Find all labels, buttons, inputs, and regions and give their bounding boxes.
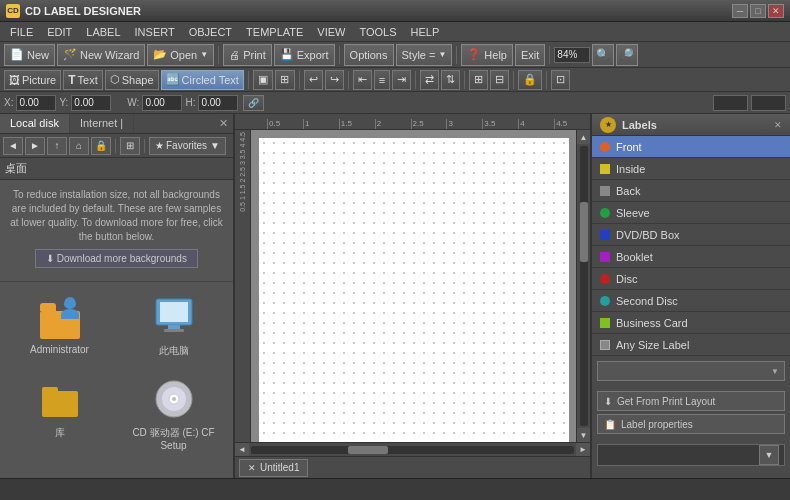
favorites-button[interactable]: ★ Favorites ▼ (149, 137, 226, 155)
label-item-second-disc[interactable]: Second Disc (592, 290, 790, 312)
flip-v[interactable]: ⇅ (441, 70, 460, 90)
open-button[interactable]: 📂 Open ▼ (147, 44, 214, 66)
w-input[interactable] (142, 95, 182, 111)
file-item-cd-drive[interactable]: CD 驱动器 (E:) CFSetup (119, 369, 228, 457)
menu-edit[interactable]: EDIT (41, 24, 78, 40)
label-item-front[interactable]: Front (592, 136, 790, 158)
tab-close-icon[interactable]: ✕ (248, 463, 256, 473)
label-item-business-card[interactable]: Business Card (592, 312, 790, 334)
align-center[interactable]: ≡ (374, 70, 390, 90)
vscroll-up-button[interactable]: ▲ (577, 130, 591, 144)
extra-input1[interactable] (713, 95, 748, 111)
x-input[interactable] (16, 95, 56, 111)
label-item-booklet[interactable]: Booklet (592, 246, 790, 268)
undo-button[interactable]: ↩ (304, 70, 323, 90)
zoom-input[interactable] (554, 47, 590, 63)
menu-template[interactable]: TEMPLATE (240, 24, 309, 40)
hscroll-thumb[interactable] (348, 446, 388, 454)
label-properties-button[interactable]: 📋 Label properties (597, 414, 785, 434)
file-item-computer[interactable]: 此电脑 (119, 287, 228, 364)
help-button[interactable]: ❓ Help (461, 44, 513, 66)
nav-up-button[interactable]: ↑ (47, 137, 67, 155)
design-canvas[interactable] (259, 138, 569, 442)
y-input[interactable] (71, 95, 111, 111)
lock-button[interactable]: 🔒 (518, 70, 542, 90)
tool-select[interactable]: ▣ (253, 70, 273, 90)
vscroll-down-button[interactable]: ▼ (577, 428, 591, 442)
new-button[interactable]: 📄 New (4, 44, 55, 66)
vscroll-track[interactable] (580, 146, 588, 426)
download-backgrounds-button[interactable]: ⬇ Download more backgrounds (35, 249, 198, 268)
circled-text-button[interactable]: 🔤 Circled Text (161, 70, 244, 90)
label-item-sleeve[interactable]: Sleeve (592, 202, 790, 224)
flip-h[interactable]: ⇄ (420, 70, 439, 90)
lock-aspect-button[interactable]: 🔗 (243, 95, 264, 111)
svg-point-9 (172, 397, 176, 401)
print-icon: 🖨 (229, 49, 240, 61)
menu-label[interactable]: LABEL (80, 24, 126, 40)
nav-home-button[interactable]: ⌂ (69, 137, 89, 155)
label-item-inside[interactable]: Inside (592, 158, 790, 180)
redo-button[interactable]: ↪ (325, 70, 344, 90)
zoom-fit[interactable]: ⊡ (551, 70, 570, 90)
view-icons-button[interactable]: ⊞ (120, 137, 140, 155)
label-name-dvd: DVD/BD Box (616, 229, 680, 241)
right-dropdown[interactable]: ▼ (597, 361, 785, 381)
align-right[interactable]: ⇥ (392, 70, 411, 90)
canvas-tab-untitled[interactable]: ✕ Untitled1 (239, 459, 308, 477)
print-button[interactable]: 🖨 Print (223, 44, 272, 66)
hscroll-right-button[interactable]: ► (576, 443, 590, 457)
minimize-button[interactable]: ─ (732, 4, 748, 18)
file-item-library[interactable]: 库 (5, 369, 114, 457)
right-panel-close[interactable]: ✕ (774, 120, 782, 130)
tab-local-disk[interactable]: Local disk (0, 114, 70, 133)
shape-button[interactable]: ⬡ Shape (105, 70, 159, 90)
main-toolbar: 📄 New 🪄 New Wizard 📂 Open ▼ 🖨 Print 💾 Ex… (0, 42, 790, 68)
nav-back-button[interactable]: ◄ (3, 137, 23, 155)
zoom-out-button[interactable]: 🔎 (616, 44, 638, 66)
vertical-scrollbar[interactable]: ▲ ▼ (576, 130, 590, 442)
align-left[interactable]: ⇤ (353, 70, 372, 90)
group-button[interactable]: ⊞ (469, 70, 488, 90)
maximize-button[interactable]: □ (750, 4, 766, 18)
nav-forward-button[interactable]: ► (25, 137, 45, 155)
menu-view[interactable]: VIEW (311, 24, 351, 40)
new-wizard-button[interactable]: 🪄 New Wizard (57, 44, 145, 66)
file-item-administrator[interactable]: Administrator (5, 287, 114, 364)
label-item-dvdbd-box[interactable]: DVD/BD Box (592, 224, 790, 246)
menu-help[interactable]: HELP (405, 24, 446, 40)
h-input[interactable] (198, 95, 238, 111)
horizontal-scrollbar[interactable]: ◄ ► (235, 442, 590, 456)
export-button[interactable]: 💾 Export (274, 44, 335, 66)
tool-crop[interactable]: ⊞ (275, 70, 295, 90)
picture-button[interactable]: 🖼 Picture (4, 70, 61, 90)
close-button[interactable]: ✕ (768, 4, 784, 18)
label-item-disc[interactable]: Disc (592, 268, 790, 290)
right-scroll-button[interactable]: ▼ (759, 445, 779, 465)
menu-tools[interactable]: TOOLS (353, 24, 402, 40)
menu-file[interactable]: FILE (4, 24, 39, 40)
vscroll-thumb[interactable] (580, 202, 588, 262)
hscroll-track[interactable] (251, 446, 574, 454)
svg-rect-3 (164, 329, 184, 332)
text-button[interactable]: T Text (63, 70, 103, 90)
menu-insert[interactable]: INSERT (129, 24, 181, 40)
left-panel-close[interactable]: ✕ (214, 114, 233, 133)
tab-internet[interactable]: Internet | (70, 114, 134, 133)
nav-lock-button[interactable]: 🔒 (91, 137, 111, 155)
label-item-back[interactable]: Back (592, 180, 790, 202)
style-button[interactable]: Style = ▼ (396, 44, 453, 66)
hscroll-left-button[interactable]: ◄ (235, 443, 249, 457)
exit-button[interactable]: Exit (515, 44, 545, 66)
ungroup-button[interactable]: ⊟ (490, 70, 509, 90)
extra-input2[interactable] (751, 95, 786, 111)
toolbar2-sep6 (513, 71, 514, 89)
menu-object[interactable]: OBJECT (183, 24, 238, 40)
options-button[interactable]: Options (344, 44, 394, 66)
library-icon (38, 377, 82, 421)
get-from-print-layout-button[interactable]: ⬇ Get From Print Layout (597, 391, 785, 411)
label-item-any-size[interactable]: Any Size Label (592, 334, 790, 356)
canvas-scroll[interactable]: Front (251, 130, 576, 442)
zoom-in-button[interactable]: 🔍 (592, 44, 614, 66)
nav-separator (115, 139, 116, 153)
